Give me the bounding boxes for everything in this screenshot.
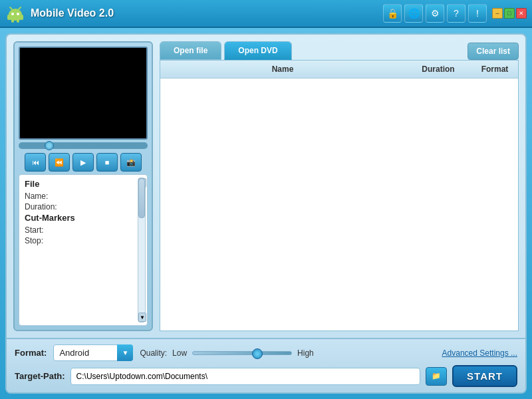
target-path-label: Target-Path: xyxy=(15,371,65,381)
col-duration-header: Duration xyxy=(405,63,471,75)
progress-bar[interactable] xyxy=(19,142,148,149)
svg-rect-8 xyxy=(11,19,14,23)
rewind-button[interactable]: ⏮ xyxy=(25,153,46,172)
name-label: Name: xyxy=(25,192,142,201)
help-icon-button[interactable]: ? xyxy=(447,4,466,23)
maximize-button[interactable]: □ xyxy=(504,8,515,19)
scrollbar-thumb[interactable] xyxy=(138,178,145,218)
app-title: Mobile Video 2.0 xyxy=(31,7,383,19)
format-row: Format: Android iPhone iPad MP4 ▼ Qualit… xyxy=(15,344,517,361)
right-panel: Open file Open DVD Clear list Name Durat… xyxy=(160,41,519,331)
snapshot-button[interactable]: 📸 xyxy=(120,153,142,172)
file-info-panel: File Name: Duration: Cut-Markers Start: … xyxy=(19,174,148,326)
quality-thumb[interactable] xyxy=(252,348,263,359)
scrollbar-track: ▲ ▼ xyxy=(138,178,146,323)
quality-slider[interactable] xyxy=(192,351,292,355)
duration-label: Duration: xyxy=(25,202,142,211)
start-button[interactable]: START xyxy=(452,365,517,387)
tab-open-dvd[interactable]: Open DVD xyxy=(224,41,291,60)
format-select-wrapper: Android iPhone iPad MP4 ▼ xyxy=(53,344,133,361)
start-label: Start: xyxy=(25,225,142,235)
col-name-header: Name xyxy=(160,63,405,75)
title-bar: Mobile Video 2.0 🔒 🌐 ⚙ ? ! – □ ✕ xyxy=(0,0,532,28)
stop-label: Stop: xyxy=(25,236,142,245)
format-label: Format: xyxy=(15,348,47,358)
tabs-row: Open file Open DVD Clear list xyxy=(160,41,519,60)
quality-section: Quality: Low High xyxy=(140,348,428,358)
alert-icon-button[interactable]: ! xyxy=(468,4,487,23)
file-list-body xyxy=(160,78,518,331)
video-screen xyxy=(19,47,148,140)
svg-rect-9 xyxy=(17,19,19,23)
scrollbar-down-arrow[interactable]: ▼ xyxy=(138,313,146,322)
minimize-button[interactable]: – xyxy=(492,8,503,19)
left-panel: ⏮ ⏪ ▶ ■ 📸 File Name: Duration: Cut-Marke… xyxy=(13,41,153,331)
toolbar-buttons: 🔒 🌐 ⚙ ? ! xyxy=(383,4,487,23)
progress-thumb[interactable] xyxy=(45,141,54,150)
file-list-header: Name Duration Format xyxy=(160,61,518,78)
quality-low-label: Low xyxy=(172,348,187,358)
player-controls: ⏮ ⏪ ▶ ■ 📸 xyxy=(19,153,148,172)
advanced-settings-button[interactable]: Advanced Settings ... xyxy=(442,348,517,358)
svg-rect-6 xyxy=(7,15,10,20)
browse-button[interactable]: 📁 xyxy=(426,367,447,386)
file-list-panel: Name Duration Format xyxy=(160,60,519,331)
lock-icon-button[interactable]: 🔒 xyxy=(383,4,402,23)
play-button[interactable]: ▶ xyxy=(72,153,94,172)
svg-point-2 xyxy=(11,13,14,15)
main-container: ⏮ ⏪ ▶ ■ 📸 File Name: Duration: Cut-Marke… xyxy=(0,28,532,399)
back-button[interactable]: ⏪ xyxy=(49,153,70,172)
svg-rect-7 xyxy=(21,15,23,20)
format-select[interactable]: Android iPhone iPad MP4 xyxy=(53,344,133,361)
target-path-input[interactable] xyxy=(70,368,421,385)
stop-button[interactable]: ■ xyxy=(96,153,118,172)
file-section-header: File xyxy=(25,179,142,189)
bottom-controls: Format: Android iPhone iPad MP4 ▼ Qualit… xyxy=(7,338,525,392)
svg-point-3 xyxy=(17,13,19,15)
col-format-header: Format xyxy=(471,63,518,75)
globe-icon-button[interactable]: 🌐 xyxy=(404,4,423,23)
window-controls: – □ ✕ xyxy=(492,8,527,19)
clear-list-button[interactable]: Clear list xyxy=(467,43,519,60)
top-area: ⏮ ⏪ ▶ ■ 📸 File Name: Duration: Cut-Marke… xyxy=(7,35,525,338)
app-logo xyxy=(5,3,25,23)
cutmarkers-section-header: Cut-Markers xyxy=(25,213,142,223)
quality-high-label: High xyxy=(297,348,314,358)
tab-open-file[interactable]: Open file xyxy=(160,41,221,60)
svg-rect-1 xyxy=(9,13,22,20)
svg-line-4 xyxy=(10,7,12,9)
svg-line-5 xyxy=(19,7,21,9)
target-row: Target-Path: 📁 START xyxy=(15,365,517,387)
gear-icon-button[interactable]: ⚙ xyxy=(426,4,444,23)
inner-panel: ⏮ ⏪ ▶ ■ 📸 File Name: Duration: Cut-Marke… xyxy=(5,33,527,394)
close-button[interactable]: ✕ xyxy=(516,8,527,19)
quality-label: Quality: xyxy=(140,348,167,358)
